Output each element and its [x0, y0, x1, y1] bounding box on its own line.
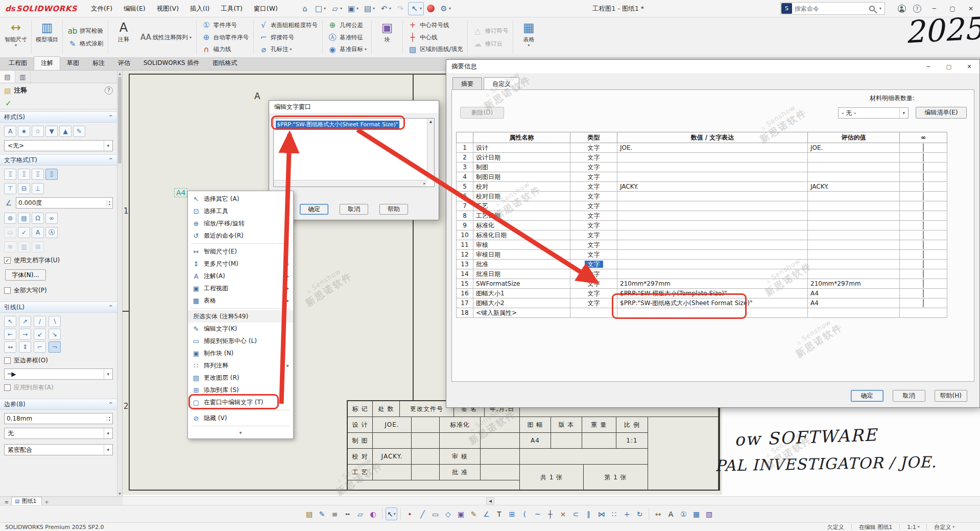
property-type-cell[interactable]: 文字 [570, 250, 617, 260]
property-name-cell[interactable]: 图幅大小1 [473, 289, 570, 298]
style-edit-icon[interactable]: ✎ [73, 126, 85, 137]
menubar-menu[interactable]: 编辑(E) [118, 0, 151, 17]
rotate-entities-icon[interactable]: ↻ [634, 507, 646, 520]
row-number-cell[interactable]: 1 [457, 143, 473, 153]
link-cell[interactable] [900, 221, 947, 230]
dropdown-arrow-icon[interactable]: ▾ [449, 6, 451, 11]
menubar-menu[interactable]: 工具(T) [215, 0, 248, 17]
property-name-cell[interactable]: 校对 [473, 182, 570, 192]
menu-item-zoom-pan-rotate[interactable]: ⊕缩放/平移/旋转▸ [188, 217, 293, 229]
link-cell[interactable] [900, 211, 947, 221]
property-name-cell[interactable]: 审核 [473, 240, 570, 250]
vertical-scrollbar[interactable]: ▲ ▼ [427, 119, 434, 180]
propertymanager-tab[interactable]: ▤ [0, 71, 15, 83]
property-name-cell[interactable]: 图幅大小2 [473, 298, 570, 308]
property-expression-cell[interactable] [617, 260, 808, 269]
save-style-icon[interactable]: ▼ [45, 126, 58, 137]
property-type-cell[interactable]: 文字 [570, 221, 617, 230]
property-expression-cell[interactable]: $PRP:"SW-模板大小(Template Size)" [617, 289, 808, 298]
property-name-cell[interactable]: 设计日期 [473, 153, 570, 163]
dialog-close-button[interactable]: ✕ [959, 60, 979, 74]
to-bounding-box-checkbox[interactable]: 至边界框(O) [4, 356, 113, 365]
balloon-icon[interactable]: ① [678, 507, 689, 520]
tables-button[interactable]: ▦表格▾ [515, 18, 542, 56]
property-type-cell[interactable]: 文字 [570, 153, 617, 163]
multi-leader-icon[interactable]: ∖ [49, 316, 61, 327]
spell-checker-button[interactable]: ab拼写检验 [65, 25, 106, 37]
menu-item-recent-commands[interactable]: ↺最近的命令(R)▸ [188, 229, 293, 242]
menubar-menu[interactable]: 插入(I) [184, 0, 215, 17]
evaluated-value-cell[interactable] [808, 240, 900, 250]
menu-item-make-block[interactable]: ▣制作块 (N) [188, 347, 293, 359]
link-checkbox[interactable] [923, 280, 924, 288]
link-checkbox[interactable] [923, 299, 924, 307]
menu-item-drawing-views[interactable]: ▣工程视图▸ [188, 282, 293, 294]
use-document-font-checkbox[interactable]: ✓ 使用文档字体(U) [4, 256, 113, 265]
font-button[interactable]: 字体(N)... [5, 269, 46, 281]
menu-item-more-dimensions[interactable]: ↕更多尺寸(M)▸ [188, 258, 293, 270]
border-thickness-input[interactable]: 0.18mm ▴▾ [4, 413, 113, 424]
commandmanager-tab[interactable]: 工程图 [2, 57, 34, 70]
sketch-point-icon[interactable]: • [404, 507, 416, 520]
underline-leader-icon[interactable]: ↔ [4, 341, 16, 353]
sheet-tab[interactable]: ▤ 图纸1 [11, 497, 42, 505]
row-number-cell[interactable]: 2 [457, 153, 473, 163]
fit-text-icon[interactable]: ▥ [18, 241, 30, 252]
align-middle-icon[interactable]: ⊟ [18, 183, 30, 194]
blocks-button[interactable]: ▣块 [373, 18, 401, 56]
status-item[interactable]: 在编辑 图纸1 [859, 523, 893, 531]
dropdown-arrow-icon[interactable]: ▾ [15, 43, 17, 48]
search-icon[interactable] [869, 6, 875, 11]
add-style-icon[interactable]: ★ [18, 126, 30, 137]
menubar-menu[interactable]: 文件(F) [85, 0, 118, 17]
property-name-cell[interactable]: 批准 [473, 260, 570, 269]
surface-finish-button[interactable]: √表面组粗糙度符号 [256, 19, 320, 31]
commandmanager-tab[interactable]: 评估 [111, 57, 137, 70]
sketch-arc-icon[interactable]: ( [519, 507, 531, 520]
command-search[interactable]: S ▾ [780, 2, 885, 15]
menu-item-pattern-note[interactable]: ∷阵列注释▸ [188, 359, 293, 372]
horizontal-scroll-strip[interactable]: ◀ [123, 496, 980, 505]
apply-to-all-checkbox[interactable]: 应用到所有(A) [4, 383, 113, 392]
trim-entities-icon[interactable]: × [557, 507, 569, 520]
vertical-leader-icon[interactable]: ↕ [19, 341, 31, 353]
property-name-cell[interactable]: 工艺 [473, 201, 570, 211]
scroll-down-icon[interactable]: ▼ [429, 175, 432, 179]
spline-leader-icon[interactable]: ⌐ [34, 341, 46, 353]
sheet-list-icon[interactable]: ≡ [2, 499, 11, 505]
row-number-cell[interactable]: 9 [457, 221, 473, 230]
leader-left-icon[interactable]: ← [4, 329, 16, 340]
menu-item-snap-to-rectangle-center[interactable]: ▭捕捉到矩形中心 (L) [188, 335, 293, 347]
section-text-format-header[interactable]: 文字格式(T) ^ [0, 154, 117, 166]
scroll-up-icon[interactable]: ▲ [429, 120, 432, 124]
delete-style-icon[interactable]: ☆ [32, 126, 44, 137]
menubar-menu[interactable]: 视图(V) [151, 0, 184, 17]
sketch-block-icon[interactable]: ▣ [455, 507, 467, 520]
property-name-cell[interactable]: 制图日期 [473, 172, 570, 182]
evaluated-value-cell[interactable]: A4 [808, 289, 900, 298]
edit-list-button[interactable]: 编辑清单(E) [916, 107, 967, 119]
evaluated-value-cell[interactable] [808, 230, 900, 240]
link-checkbox[interactable] [923, 202, 924, 210]
link-checkbox[interactable] [923, 182, 924, 191]
select-icon[interactable]: ↖▾ [408, 2, 424, 15]
menu-item-edit-text-in-window[interactable]: ▢在窗口中编辑文字 (T) [188, 396, 293, 408]
centerline-button[interactable]: ┼中心线 [405, 32, 465, 43]
sketch-spline-icon[interactable]: ~ [532, 507, 543, 520]
link-cell[interactable] [900, 250, 947, 260]
balloon-button[interactable]: ①零件序号 [199, 19, 251, 31]
menu-item-add-to-library[interactable]: ⊞添加到库 (S) [188, 384, 293, 396]
print-icon[interactable]: ▤▾ [362, 2, 376, 15]
evaluated-value-cell[interactable] [808, 269, 900, 279]
home-icon[interactable]: ⌂ [299, 2, 311, 15]
property-type-cell[interactable]: 文字 [570, 201, 617, 211]
evaluated-value-cell[interactable] [808, 192, 900, 201]
property-type-cell[interactable]: 文字 [570, 192, 617, 201]
property-expression-cell[interactable] [617, 163, 808, 172]
menu-item-annotations[interactable]: A注解(A)▸ [188, 270, 293, 282]
insert-hyperlink-icon[interactable]: ⊚ [4, 213, 16, 224]
add-sheet-icon[interactable]: + [42, 499, 51, 505]
options-icon[interactable]: ⚙▾ [438, 2, 452, 15]
undo-icon[interactable]: ↶▾ [378, 2, 393, 15]
insert-stacked-note-icon[interactable]: ∞ [45, 213, 58, 224]
